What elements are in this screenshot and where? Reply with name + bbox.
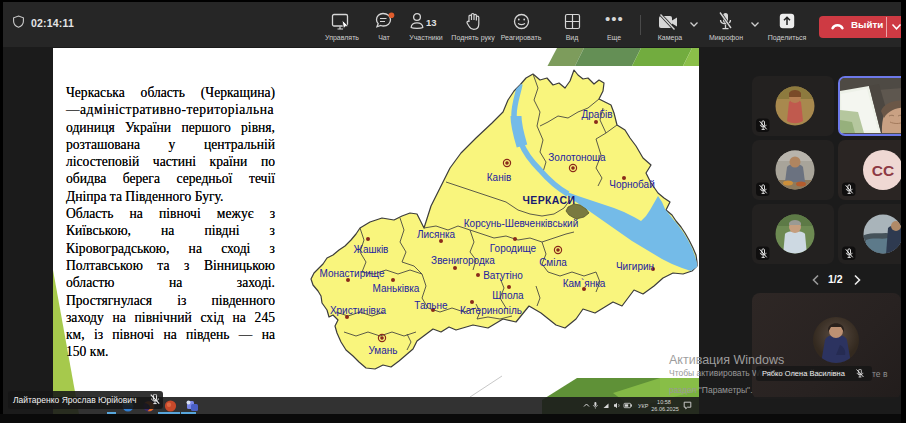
svg-text:Тальне: Тальне: [414, 300, 448, 311]
svg-text:Чигирин: Чигирин: [616, 261, 654, 272]
svg-text:Жашків: Жашків: [354, 244, 389, 255]
svg-text:Лисянка: Лисянка: [417, 229, 456, 240]
svg-text:Корсунь-Шевченківський: Корсунь-Шевченківський: [464, 218, 578, 229]
svg-text:Канів: Канів: [487, 172, 511, 183]
svg-text:Городище: Городище: [490, 243, 537, 254]
svg-text:Ватутіно: Ватутіно: [483, 270, 523, 281]
svg-text:ЧЕРКАСИ: ЧЕРКАСИ: [522, 194, 575, 206]
svg-text:Кам`янка: Кам`янка: [563, 278, 606, 289]
svg-text:Драбів: Драбів: [581, 109, 612, 120]
svg-text:Золотоноша: Золотоноша: [548, 152, 606, 163]
svg-text:Катеринопіль: Катеринопіль: [460, 305, 522, 316]
svg-text:Звенигородка: Звенигородка: [431, 255, 495, 266]
svg-text:Шпола: Шпола: [492, 290, 524, 301]
svg-text:Сміла: Сміла: [539, 257, 567, 268]
svg-text:Монастирище: Монастирище: [319, 268, 385, 279]
svg-text:Умань: Умань: [368, 345, 397, 356]
svg-text:Христинівка: Христинівка: [330, 305, 387, 316]
svg-text:Чорнобай: Чорнобай: [609, 179, 655, 190]
svg-text:CC: CC: [872, 162, 894, 179]
svg-text:Маньківка: Маньківка: [373, 283, 420, 294]
